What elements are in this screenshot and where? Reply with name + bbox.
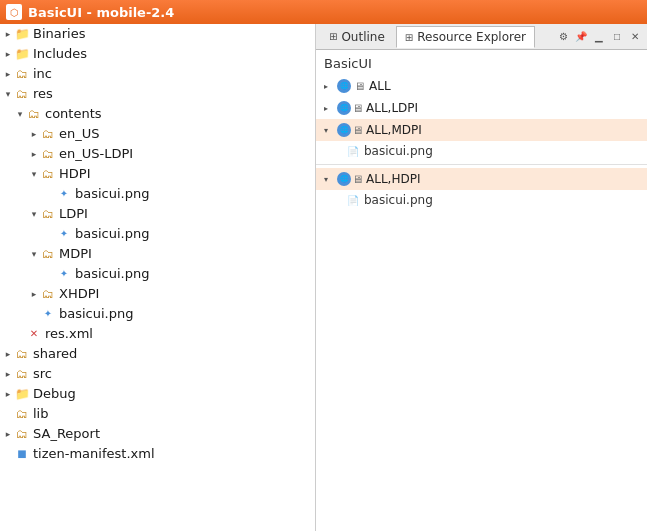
- resource-row-all-hdpi[interactable]: 🌐 🖥 ALL,HDPI: [316, 168, 647, 190]
- folder-icon-binaries: 📁: [14, 26, 30, 42]
- monitor-icon-mdpi: 🖥: [352, 124, 363, 137]
- tree-item-shared[interactable]: 🗂 shared: [0, 344, 315, 364]
- resource-row-all[interactable]: 🌐 🖥 ALL: [316, 75, 647, 97]
- label-xhdpi: XHDPI: [59, 285, 99, 303]
- tree-item-basicui-mdpi[interactable]: ✦ basicui.png: [0, 264, 315, 284]
- label-basicui-res-hdpi: basicui.png: [364, 193, 433, 207]
- tab-resource-explorer[interactable]: ⊞ Resource Explorer: [396, 26, 535, 48]
- label-basicui-xhdpi: basicui.png: [59, 305, 133, 323]
- tree-item-basicui-hdpi[interactable]: ✦ basicui.png: [0, 184, 315, 204]
- arrow-ldpi: [28, 208, 40, 220]
- tab-resource-label: Resource Explorer: [417, 30, 526, 44]
- tree-item-en_us[interactable]: 🗂 en_US: [0, 124, 315, 144]
- folder-icon-res: 🗂: [14, 86, 30, 102]
- tab-bar: ⊞ Outline ⊞ Resource Explorer ⚙ 📌 ▁ □ ✕: [316, 24, 647, 50]
- tree-item-src[interactable]: 🗂 src: [0, 364, 315, 384]
- folder-icon-debug: 📁: [14, 386, 30, 402]
- resource-row-all-ldpi[interactable]: 🌐 🖥 ALL,LDPI: [316, 97, 647, 119]
- tree-item-xhdpi[interactable]: 🗂 XHDPI: [0, 284, 315, 304]
- arrow-binaries: [2, 28, 14, 40]
- arrow-all-mdpi: [324, 126, 334, 135]
- folder-icon-en_us_ldpi: 🗂: [40, 146, 56, 162]
- tree-item-ldpi[interactable]: 🗂 LDPI: [0, 204, 315, 224]
- png-icon-basicui-ldpi: ✦: [56, 226, 72, 242]
- folder-icon-lib: 🗂: [14, 406, 30, 422]
- tree-item-inc[interactable]: 🗂 inc: [0, 64, 315, 84]
- globe-icon-all: 🌐: [337, 79, 351, 93]
- app-icon: ⬡: [6, 4, 22, 20]
- globe-icon-ldpi: 🌐: [337, 101, 351, 115]
- tree-item-includes[interactable]: 📁 Includes: [0, 44, 315, 64]
- title-bar-label: BasicUI - mobile-2.4: [28, 5, 174, 20]
- tree-item-sa_report[interactable]: 🗂 SA_Report: [0, 424, 315, 444]
- arrow-res: [2, 88, 14, 100]
- folder-icon-ldpi: 🗂: [40, 206, 56, 222]
- label-hdpi: HDPI: [59, 165, 90, 183]
- tree-item-basicui-ldpi[interactable]: ✦ basicui.png: [0, 224, 315, 244]
- label-binaries: Binaries: [33, 25, 85, 43]
- label-en_us: en_US: [59, 125, 100, 143]
- label-basicui-res-mdpi: basicui.png: [364, 144, 433, 158]
- label-debug: Debug: [33, 385, 76, 403]
- png-icon-basicui-xhdpi: ✦: [40, 306, 56, 322]
- folder-icon-hdpi: 🗂: [40, 166, 56, 182]
- arrow-all: [324, 82, 334, 91]
- label-en_us_ldpi: en_US-LDPI: [59, 145, 133, 163]
- xml-icon-res: ✕: [26, 326, 42, 342]
- label-includes: Includes: [33, 45, 87, 63]
- tree-item-hdpi[interactable]: 🗂 HDPI: [0, 164, 315, 184]
- pin-button[interactable]: 📌: [573, 29, 589, 45]
- resource-tab-icon: ⊞: [405, 32, 413, 43]
- resource-content: BasicUI 🌐 🖥 ALL 🌐 🖥 ALL,LDPI: [316, 50, 647, 531]
- folder-icon-inc: 🗂: [14, 66, 30, 82]
- label-all-mdpi: ALL,MDPI: [366, 123, 422, 137]
- png-icon-basicui-mdpi: ✦: [56, 266, 72, 282]
- minimize-button[interactable]: ▁: [591, 29, 607, 45]
- label-src: src: [33, 365, 52, 383]
- folder-icon-xhdpi: 🗂: [40, 286, 56, 302]
- all-mdpi-icons: 🌐 🖥: [337, 123, 363, 137]
- tree-item-contents[interactable]: 🗂 contents: [0, 104, 315, 124]
- tree-item-basicui-xhdpi[interactable]: ✦ basicui.png: [0, 304, 315, 324]
- label-contents: contents: [45, 105, 102, 123]
- tree-item-binaries[interactable]: 📁 Binaries: [0, 24, 315, 44]
- arrow-en_us_ldpi: [28, 148, 40, 160]
- folder-icon-sa_report: 🗂: [14, 426, 30, 442]
- arrow-shared: [2, 348, 14, 360]
- maximize-button[interactable]: □: [609, 29, 625, 45]
- file-tree-panel: 📁 Binaries 📁 Includes 🗂 inc 🗂 res 🗂 cont…: [0, 24, 316, 531]
- label-all-hdpi: ALL,HDPI: [366, 172, 420, 186]
- monitor-icon-all: 🖥: [352, 79, 366, 93]
- label-res-xml: res.xml: [45, 325, 93, 343]
- resource-row-all-mdpi[interactable]: 🌐 🖥 ALL,MDPI: [316, 119, 647, 141]
- arrow-mdpi: [28, 248, 40, 260]
- xml-icon-tizen: ■: [14, 446, 30, 462]
- sub-resource-basicui-mdpi[interactable]: 📄 basicui.png: [316, 141, 647, 161]
- sub-resource-basicui-hdpi[interactable]: 📄 basicui.png: [316, 190, 647, 210]
- tree-item-tizen-manifest[interactable]: ■ tizen-manifest.xml: [0, 444, 315, 464]
- outline-tab-icon: ⊞: [329, 31, 337, 42]
- arrow-src: [2, 368, 14, 380]
- arrow-includes: [2, 48, 14, 60]
- tree-item-debug[interactable]: 📁 Debug: [0, 384, 315, 404]
- tree-item-en_us_ldpi[interactable]: 🗂 en_US-LDPI: [0, 144, 315, 164]
- gear-button[interactable]: ⚙: [555, 29, 571, 45]
- arrow-hdpi: [28, 168, 40, 180]
- tree-item-res[interactable]: 🗂 res: [0, 84, 315, 104]
- monitor-icon-ldpi: 🖥: [352, 102, 363, 115]
- label-lib: lib: [33, 405, 48, 423]
- close-button[interactable]: ✕: [627, 29, 643, 45]
- folder-icon-contents: 🗂: [26, 106, 42, 122]
- label-ldpi: LDPI: [59, 205, 88, 223]
- tree-item-lib[interactable]: 🗂 lib: [0, 404, 315, 424]
- main-layout: 📁 Binaries 📁 Includes 🗂 inc 🗂 res 🗂 cont…: [0, 24, 647, 531]
- arrow-inc: [2, 68, 14, 80]
- folder-icon-includes: 📁: [14, 46, 30, 62]
- tree-item-mdpi[interactable]: 🗂 MDPI: [0, 244, 315, 264]
- arrow-en_us: [28, 128, 40, 140]
- project-label: BasicUI: [316, 54, 647, 75]
- tree-item-res-xml[interactable]: ✕ res.xml: [0, 324, 315, 344]
- tab-outline[interactable]: ⊞ Outline: [320, 26, 394, 48]
- label-basicui-ldpi: basicui.png: [75, 225, 149, 243]
- folder-icon-shared: 🗂: [14, 346, 30, 362]
